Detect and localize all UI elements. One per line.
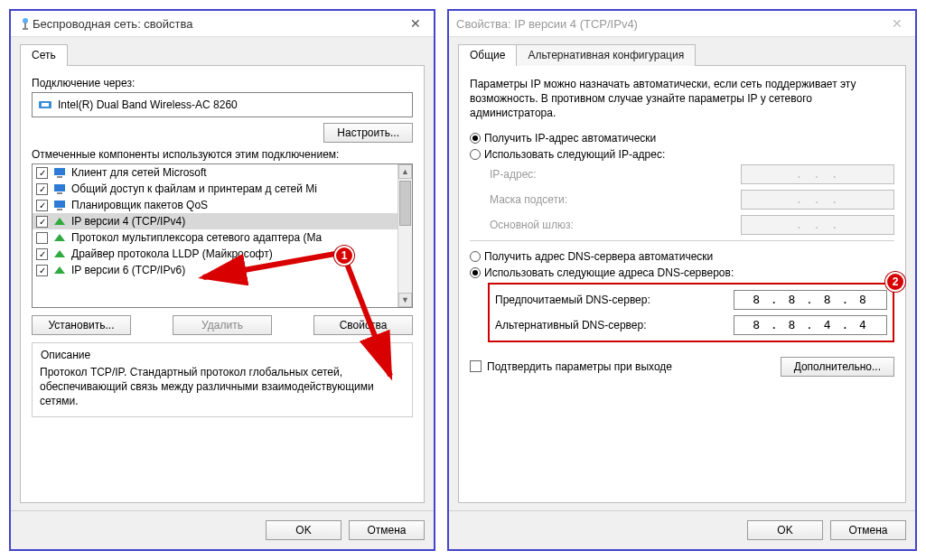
list-item-label: Протокол мультиплексора сетевого адаптер… [71, 231, 322, 244]
tabs: Сеть [20, 44, 425, 66]
radio-icon[interactable] [470, 149, 481, 160]
checkbox-icon[interactable] [36, 232, 48, 244]
list-scroll[interactable]: ✓ Клиент для сетей Microsoft ✓ Общий дос… [33, 164, 398, 307]
tab-general[interactable]: Общие [458, 44, 517, 66]
list-item[interactable]: Протокол мультиплексора сетевого адаптер… [33, 229, 398, 246]
monitor-icon [52, 198, 67, 212]
radio-icon[interactable] [470, 267, 481, 278]
gateway-input[interactable]: . . . [741, 215, 894, 235]
adapter-field[interactable]: Intel(R) Dual Band Wireless-AC 8260 [32, 92, 413, 117]
tab-network[interactable]: Сеть [20, 44, 68, 66]
close-icon[interactable]: ✕ [886, 16, 908, 31]
dialog-footer: OK Отмена [11, 510, 434, 549]
list-item[interactable]: ✓ Клиент для сетей Microsoft [33, 164, 398, 181]
properties-button[interactable]: Свойства [313, 315, 413, 335]
scrollbar[interactable]: ▲ ▼ [398, 164, 412, 307]
radio-label: Использовать следующий IP-адрес: [484, 148, 665, 161]
window-title: Беспроводная сеть: свойства [33, 17, 405, 31]
list-item[interactable]: ✓ Планировщик пакетов QoS [33, 197, 398, 213]
window-body: Общие Альтернативная конфигурация Параме… [449, 37, 915, 549]
protocol-icon [52, 230, 67, 245]
list-item[interactable]: ✓ Общий доступ к файлам и принтерам д се… [33, 181, 398, 197]
checkbox-icon[interactable] [470, 360, 482, 372]
window-title: Свойства: IP версии 4 (TCP/IPv4) [456, 17, 886, 31]
radio-ip-auto[interactable]: Получить IP-адрес автоматически [470, 132, 894, 145]
description-legend: Описание [38, 349, 93, 361]
list-item-label: IP версии 4 (TCP/IPv4) [71, 215, 185, 228]
preferred-dns-input[interactable]: 8 . 8 . 8 . 8 [734, 290, 887, 310]
list-item[interactable]: ✓ IP версии 4 (TCP/IPv4) [33, 213, 398, 229]
protocol-icon [52, 263, 67, 277]
tab-panel-network: Подключение через: Intel(R) Dual Band Wi… [20, 65, 425, 503]
preferred-dns-label: Предпочитаемый DNS-сервер: [495, 294, 725, 306]
radio-label: Использовать следующие адреса DNS-сервер… [484, 266, 734, 279]
annotation-badge-2: 2 [885, 272, 905, 292]
checkbox-icon[interactable]: ✓ [36, 248, 48, 260]
svg-rect-9 [54, 201, 65, 208]
checkbox-icon[interactable]: ✓ [36, 183, 48, 195]
radio-label: Получить IP-адрес автоматически [484, 132, 656, 145]
svg-rect-8 [57, 192, 62, 194]
subnet-mask-label: Маска подсети: [490, 193, 732, 206]
scroll-up-icon[interactable]: ▲ [398, 164, 412, 179]
svg-rect-1 [24, 23, 26, 28]
connect-via-label: Подключение через: [32, 77, 413, 89]
checkbox-icon[interactable]: ✓ [36, 167, 48, 179]
protocol-icon [52, 247, 67, 261]
ip-address-input[interactable]: . . . [741, 164, 894, 184]
tab-panel-general: Параметры IP можно назначать автоматичес… [458, 65, 906, 503]
ip-address-label: IP-адрес: [490, 168, 732, 181]
annotation-badge-1: 1 [334, 246, 354, 266]
dialog-footer: OK Отмена [449, 510, 915, 549]
scroll-track[interactable] [398, 179, 412, 293]
dns-highlight-box: Предпочитаемый DNS-сервер: 8 . 8 . 8 . 8… [488, 283, 894, 342]
tab-alt-config[interactable]: Альтернативная конфигурация [516, 44, 696, 66]
advanced-button[interactable]: Дополнительно... [781, 357, 894, 377]
list-item-label: Общий доступ к файлам и принтерам д сете… [71, 182, 317, 195]
validate-label: Подтвердить параметры при выходе [487, 360, 672, 373]
gateway-label: Основной шлюз: [490, 219, 732, 231]
svg-rect-5 [54, 168, 65, 175]
alt-dns-input[interactable]: 8 . 8 . 4 . 4 [734, 315, 887, 335]
install-button[interactable]: Установить... [32, 315, 131, 335]
scroll-thumb[interactable] [399, 181, 411, 226]
remove-button[interactable]: Удалить [173, 315, 272, 335]
titlebar: Беспроводная сеть: свойства ✕ [11, 11, 434, 37]
svg-rect-2 [23, 28, 28, 30]
checkbox-icon[interactable]: ✓ [36, 265, 48, 276]
cancel-button[interactable]: Отмена [349, 520, 425, 540]
radio-icon[interactable] [470, 133, 481, 144]
configure-button[interactable]: Настроить... [323, 123, 413, 143]
window-body: Сеть Подключение через: Intel(R) Dual Ba… [11, 37, 434, 549]
network-icon [18, 16, 33, 31]
ipv4-props-window: Свойства: IP версии 4 (TCP/IPv4) ✕ Общие… [447, 9, 917, 551]
adapter-name: Intel(R) Dual Band Wireless-AC 8260 [58, 98, 238, 111]
validate-checkbox-row[interactable]: Подтвердить параметры при выходе [470, 360, 672, 373]
scroll-down-icon[interactable]: ▼ [398, 293, 412, 307]
ok-button[interactable]: OK [747, 520, 823, 540]
cancel-button[interactable]: Отмена [830, 520, 906, 540]
wireless-props-window: Беспроводная сеть: свойства ✕ Сеть Подкл… [9, 9, 435, 551]
radio-dns-auto[interactable]: Получить адрес DNS-сервера автоматически [470, 250, 894, 263]
svg-rect-6 [57, 176, 62, 178]
list-item-label: IP версии 6 (TCP/IPv6) [71, 264, 185, 276]
svg-rect-10 [57, 209, 62, 210]
close-icon[interactable]: ✕ [405, 16, 426, 31]
radio-dns-manual[interactable]: Использовать следующие адреса DNS-сервер… [470, 266, 894, 279]
checkbox-icon[interactable]: ✓ [36, 216, 48, 228]
checkbox-icon[interactable]: ✓ [36, 200, 48, 211]
alt-dns-label: Альтернативный DNS-сервер: [495, 319, 725, 331]
monitor-icon [52, 182, 67, 196]
components-list[interactable]: ✓ Клиент для сетей Microsoft ✓ Общий дос… [32, 163, 413, 308]
monitor-icon [52, 165, 67, 180]
description-group: Описание Протокол TCP/IP. Стандартный пр… [32, 342, 413, 417]
subnet-mask-input[interactable]: . . . [741, 190, 894, 210]
radio-ip-manual[interactable]: Использовать следующий IP-адрес: [470, 148, 894, 161]
titlebar: Свойства: IP версии 4 (TCP/IPv4) ✕ [449, 11, 915, 37]
ok-button[interactable]: OK [266, 520, 341, 540]
svg-rect-4 [42, 103, 49, 107]
list-item-label: Планировщик пакетов QoS [71, 199, 208, 211]
intro-text: Параметры IP можно назначать автоматичес… [470, 77, 894, 121]
protocol-icon [52, 214, 67, 229]
radio-icon[interactable] [470, 251, 481, 262]
